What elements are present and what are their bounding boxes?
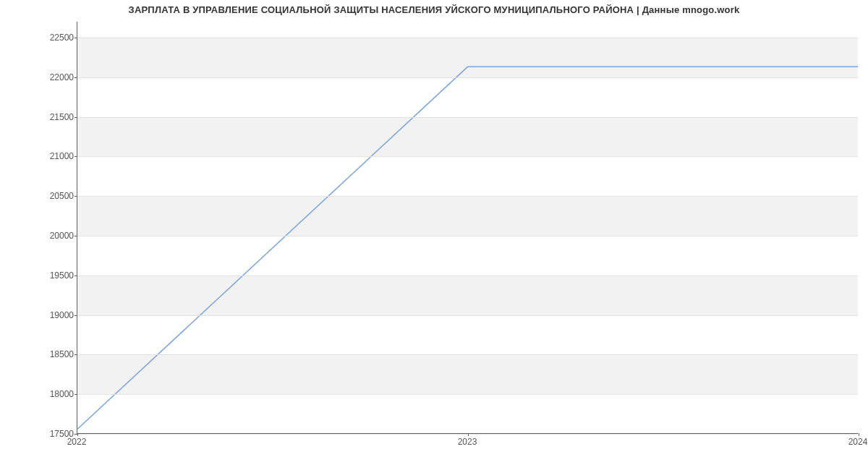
xtick-mark [77,433,78,436]
line-series-svg [77,22,858,433]
chart-title: ЗАРПЛАТА В УПРАВЛЕНИЕ СОЦИАЛЬНОЙ ЗАЩИТЫ … [0,4,868,15]
ytick-mark [75,156,77,157]
ytick-mark [75,236,77,236]
xtick-label: 2024 [848,437,868,447]
gridline-h [77,315,858,316]
gridline-h [77,354,858,355]
xtick-label: 2022 [67,437,87,447]
ytick-mark [75,394,77,395]
ytick-label: 22500 [30,33,74,43]
ytick-label: 20500 [30,191,74,201]
ytick-label: 22000 [30,72,74,82]
xtick-mark [859,433,859,436]
ytick-mark [75,354,77,355]
ytick-mark [75,117,77,118]
gridline-h [77,77,858,78]
gridline-h [77,275,858,276]
ytick-label: 18500 [30,349,74,359]
ytick-mark [75,275,77,276]
ytick-label: 21500 [30,112,74,122]
gridline-h [77,38,858,38]
series-line [77,67,858,429]
gridline-h [77,394,858,395]
gridline-h [77,196,858,197]
ytick-mark [75,196,77,197]
ytick-label: 19500 [30,270,74,281]
gridline-h [77,156,858,157]
chart-container: ЗАРПЛАТА В УПРАВЛЕНИЕ СОЦИАЛЬНОЙ ЗАЩИТЫ … [0,0,868,470]
gridline-h [77,236,858,236]
ytick-mark [75,77,77,78]
ytick-label: 19000 [30,310,74,320]
xtick-label: 2023 [458,437,477,447]
gridline-h [77,117,858,118]
xtick-mark [468,433,469,436]
plot-area [77,22,858,434]
ytick-mark [75,38,77,38]
ytick-label: 21000 [30,151,74,161]
ytick-label: 18000 [30,389,74,399]
ytick-label: 20000 [30,231,74,241]
ytick-mark [75,315,77,316]
